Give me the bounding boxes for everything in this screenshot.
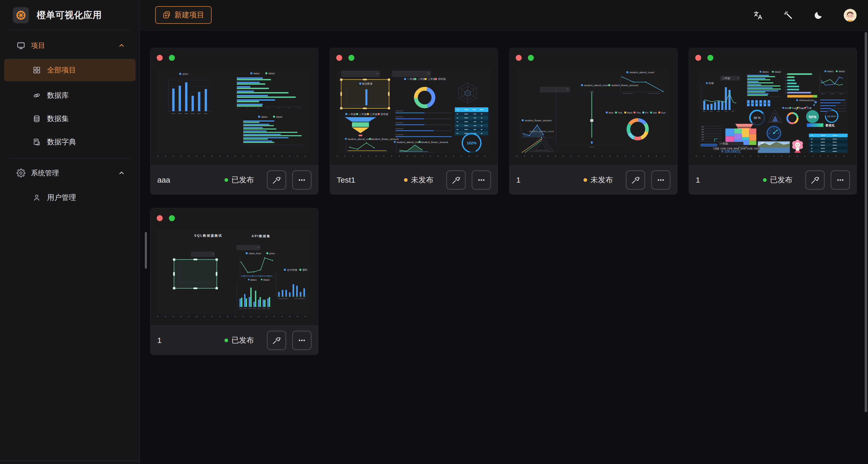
translate-icon[interactable] [753,10,763,20]
bar-chart-right: 合计价格 课时 [276,269,309,299]
svg-text:合计价格: 合计价格 [287,269,297,271]
progress-bars [396,111,452,137]
dot-grid [516,156,671,157]
svg-text:一年级: 一年级 [714,148,719,150]
scrollbar-thumb-left[interactable] [145,232,147,269]
svg-text:student_flower_amount: student_flower_amount [421,141,448,144]
green-dot-icon [528,55,534,61]
sidebar-item-database[interactable]: 数据库 [4,84,135,107]
svg-text:data2: data2 [276,115,282,118]
svg-text:data2: data2 [775,71,781,73]
avatar[interactable] [844,9,857,22]
mini-line-chart-left: student_flower_amount [521,119,554,137]
triangle-radar [768,110,782,122]
card-footer: 1 已发布 [151,326,318,354]
edit-project-button[interactable] [267,331,286,350]
more-actions-button[interactable] [651,171,671,190]
magic-wand-icon[interactable] [784,10,793,20]
ellipsis-icon [477,175,486,185]
ellipsis-icon [836,175,845,185]
project-name: 1 [696,176,763,184]
svg-text:student_flower_amount: student_flower_amount [525,119,552,122]
project-card[interactable]: data1 data2 二年级 价格 [689,48,857,194]
more-actions-button[interactable] [831,171,850,190]
more-actions-button[interactable] [472,171,491,190]
app-logo-icon [13,7,29,23]
card-footer: Test1 未发布 [330,165,498,194]
status-badge: 未发布 [404,175,433,185]
edit-project-button[interactable] [446,171,466,190]
svg-text:献花数量: 献花数量 [362,82,373,85]
svg-text:二年级: 二年级 [359,113,367,116]
scrollbar-thumb-right[interactable] [865,32,867,412]
mini-line-chart: student_attend_count student_flower_amou… [345,137,399,152]
mini-bar-chart: price [168,72,213,113]
hbar-group [747,74,781,96]
project-thumbnail[interactable]: data1 data2 二年级 价格 [696,68,849,153]
blue-pills [747,100,770,106]
project-card[interactable]: SQL数据源测试 API数据集 [150,208,318,355]
mini-area-chart: student_attend_count student_flower_amou… [394,141,448,152]
project-card[interactable]: 献花数量 一年级 二年级 三年级 四年级 [330,48,498,194]
project-card[interactable]: student_attend_count student_attend_coun… [509,48,677,194]
project-thumbnail[interactable]: price data1 data2 [158,68,311,153]
sidebar-item-dictionary[interactable]: 数据字典 [4,130,135,154]
treemap: treemap [725,128,756,149]
red-dot-icon [157,215,163,221]
sidebar-section-projects[interactable]: 项目 [0,36,140,55]
project-name: Test1 [337,176,404,184]
status-badge: 已发布 [224,335,254,345]
traffic-dots [516,55,534,61]
svg-text:三年级: 三年级 [370,113,378,116]
chevron-up-icon [118,169,125,177]
edit-project-button[interactable] [805,171,825,190]
sidebar-bottom-divider [0,461,140,461]
moon-icon[interactable] [814,10,823,20]
svg-text:价格: 价格 [708,82,714,85]
svg-text:data2: data2 [269,72,275,75]
svg-text:102%: 102% [467,141,476,145]
project-thumbnail[interactable]: 献花数量 一年级 二年级 三年级 四年级 [338,68,490,153]
grade-legend: 一年级 二年级 三年级 四年级 [404,78,446,81]
sidebar-section-system[interactable]: 系统管理 [0,163,140,183]
edit-project-button[interactable] [267,171,286,190]
sidebar-item-dataset[interactable]: 数据集 [4,107,135,130]
svg-text:四年级: 四年级 [380,113,388,116]
project-name: aaa [157,176,224,184]
sidebar-item-user-management[interactable]: 用户管理 [4,186,135,209]
mini-table [455,107,488,135]
donut-week [625,116,650,142]
svg-text:SQL数据源测试: SQL数据源测试 [194,234,222,238]
more-actions-button[interactable] [292,331,311,350]
more-actions-button[interactable] [292,171,311,190]
sidebar-item-label: 数据集 [47,114,69,124]
hammer-icon [451,175,461,185]
link-icon [33,91,41,100]
svg-text:看得见: 看得见 [825,124,835,127]
red-dot-icon [695,55,701,61]
edit-project-button[interactable] [626,171,645,190]
svg-text:Mon: Mon [609,111,614,114]
svg-text:一年级: 一年级 [720,142,728,145]
svg-text:data1: data1 [261,115,268,118]
svg-text:二年级: 二年级 [417,78,425,81]
ellipsis-icon [297,175,307,185]
card-footer: 1 已发布 [689,165,857,194]
project-thumbnail[interactable]: SQL数据源测试 API数据集 [158,229,311,314]
hammer-icon [272,336,281,345]
mini-hbar-chart: data1 data2 [237,72,302,108]
svg-text:data1: data1 [827,70,834,73]
gauge-50: 50% [806,110,819,123]
svg-text:chineseScore: chineseScore [799,99,815,102]
sidebar-item-label: 用户管理 [47,193,76,203]
status-dot [584,178,587,182]
new-project-button[interactable]: 新建项目 [155,6,212,24]
database-icon [33,115,41,123]
svg-text:Tue: Tue [792,106,796,110]
svg-text:price: price [183,72,188,75]
brand: 橙单可视化应用 [0,0,140,24]
project-thumbnail[interactable]: student_attend_count student_attend_coun… [517,68,670,153]
project-name: 1 [157,336,224,345]
sidebar-item-all-projects[interactable]: 全部项目 [4,59,135,81]
project-card[interactable]: price data1 data2 [150,48,318,194]
